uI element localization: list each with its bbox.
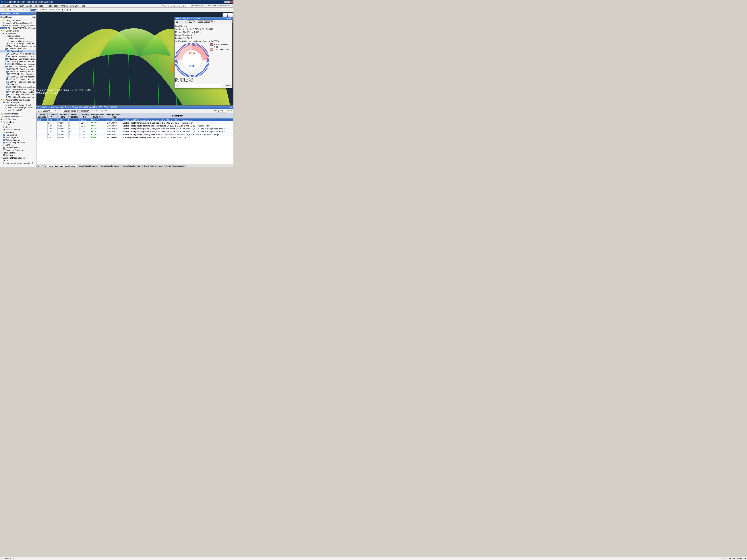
nav-radio-section[interactable] [3,126,5,128]
nav-item-lul1[interactable]: │ul = 1 [0,159,36,162]
nav-check-sp3300[interactable]: ✓ [5,65,7,68]
nav-item-scaling-mode[interactable]: ▼ Scaling of Mode Shapes [0,157,36,159]
menu-file[interactable]: File [0,4,6,7]
nav-check-sp1200[interactable]: ✓ [5,58,7,60]
nav-pin-btn[interactable]: 📌 [31,12,34,15]
tab-loading[interactable]: Design Ratios by Loading [77,165,99,167]
undo-btn[interactable]: ↩ [13,8,17,12]
table-row[interactable]: DS11341.996×CO150.926 ✓SP4100.03Section … [37,118,233,122]
nav-item-section-proof[interactable]: ✓ ▼ Section Proof [0,50,36,53]
nav-check-stability[interactable]: ✓ [7,83,9,85]
nav-item-sp1200[interactable]: ✓ SP1200.00 | Compression acc... [0,58,36,60]
nav-expand-section-proof[interactable]: ▼ [9,51,10,52]
nav-item-max-all-dc[interactable]: Max. of all design checks [0,40,36,42]
result-popup-maximize[interactable]: □ [228,17,230,20]
nav-item-extreme-values[interactable]: ✓ Extreme Values [0,146,36,149]
nav-expand-design-situations[interactable]: ▼ [1,20,3,21]
tb-more2[interactable]: ▶ [69,8,73,12]
nav-check-st1100-2[interactable]: ✓ [6,88,7,90]
nav-expand-ult-limit[interactable]: ▼ [7,48,8,50]
nav-item-sp6500-4[interactable]: ✓ SP6500.04 | Biaxial bending a... [0,81,36,83]
redo-btn[interactable]: ↪ [17,8,20,12]
nav-check-sp0100[interactable]: ✓ [6,53,8,55]
nav-item-by-individual-co[interactable]: by Individual CO [0,109,36,111]
nav-item-max-all-dc-w[interactable]: Max. of all design checks wit... [0,42,36,45]
table-row[interactable]: 240.000×CO50.870 ✓SP5100.03Section Proof… [37,122,233,124]
select-btn[interactable]: ↖ [22,8,25,12]
nav-expand-add-results[interactable]: ▼ [1,99,3,101]
nav-close-btn[interactable]: × [34,12,35,15]
search-box[interactable]: 🔍 Type a keyword (Alt+Q) [162,4,191,7]
table-row[interactable]: 60.000×CO50.716 ✓SP6500.04Section Proof … [37,133,233,136]
nav-item-st3100[interactable]: ✓ ST3100.00 | Bending and buc... [0,96,36,99]
nav-item-title-info[interactable]: 📋 Title Information [0,112,36,115]
bottom-settings-btn[interactable]: ⚙ [104,109,108,113]
nav-item-values-on-surfaces[interactable]: Values on Surfaces [0,149,36,152]
nav-item-max-all[interactable]: Max. of all 'Design Situations' [0,22,36,24]
nav-expand-members-disp[interactable]: ▼ [1,121,3,123]
nav-item-max-all-val[interactable]: Max. of all values [0,37,36,40]
nav-radio-max-all[interactable] [3,22,5,24]
nav-radio-max-all-dc[interactable] [8,40,10,42]
nav-expand-deformation[interactable]: ▶ [1,118,2,120]
nav-check-with-diagram[interactable]: ✓ [3,136,5,138]
nav-radio-by-selected-dc[interactable] [5,104,7,106]
popup-graph-btn[interactable]: 📈 [179,20,183,24]
nav-check-sp6500-4[interactable]: ✓ [6,81,7,83]
nav-item-by-governing-dc[interactable]: by Governing Design Check [0,106,36,109]
nav-check-sp6500-1[interactable]: ✓ [7,73,9,75]
nav-check-section-proof[interactable]: ✓ [7,50,9,52]
menu-tools[interactable]: Tools [53,4,60,7]
close-button[interactable]: × [230,1,233,3]
nav-item-on-members[interactable]: ▼ On Members [0,32,36,35]
nav-item-lines[interactable]: Lines [0,123,36,126]
nav-item-sp3300[interactable]: ✓ SP3300.02 | Resulting shear a... [0,65,36,68]
nav-radio-lines[interactable] [3,124,5,126]
nav-item-result-filled[interactable]: ✓ Result Diagram Filled [0,141,36,144]
nav-expand-mode-shapes[interactable]: ▼ [5,102,7,103]
table-container[interactable]: DesignSituation MemberNo. Locationx [m] … [36,113,233,164]
popup-expand-btn[interactable]: » [213,20,217,24]
nav-item-all-values[interactable]: All Values [0,144,36,146]
nav-check-ult-limit[interactable]: ✓ [5,48,6,50]
nav-item-members-disp[interactable]: ▼ 🔩 Members [0,121,36,123]
nav-item-ult-limit[interactable]: ✓ ▼ Ultimate Limit State [0,47,36,50]
nav-radio-max-label[interactable] [3,162,5,164]
nav-expand-members-disp2[interactable]: ▼ [1,131,3,133]
nav-item-maxmin-info[interactable]: 📊 Max/Min Information [0,115,36,118]
nav-radio-max-sel-dc[interactable] [6,45,8,47]
nav-item-design-situations[interactable]: ▼ 📁 Design Situations [0,19,36,22]
nav-item-max-selected[interactable]: Max. of selected 'Design Situations' [0,24,36,27]
menu-edit[interactable]: Edit [6,4,11,7]
nav-expand-result-sections[interactable]: ▶ [1,152,2,154]
nav-item-sp4100[interactable]: ✓ SP4100.03 | Bending about y... [0,68,36,70]
nav-next[interactable]: ▶ [34,16,36,18]
result-popup-header[interactable]: Result Diagrams in Section − □ × [175,17,232,20]
menu-help[interactable]: Help [80,4,86,7]
nav-check-values-surfaces[interactable] [3,149,5,151]
popup-close-btn[interactable]: Close [223,84,231,87]
nav-item-st1100-2[interactable]: ✓ ST1100.00 | Flexural buckling... [0,88,36,91]
nav-item-by-selected-dc[interactable]: by Selected Design Check [0,104,36,106]
maximize-button[interactable]: □ [227,1,230,3]
nav-check-sp6500-3[interactable]: ✓ [6,78,8,80]
tab-member[interactable]: Design Ratios by Member [143,165,165,167]
nav-item-st1100-1[interactable]: ✓ ST1100.00 | Flexural buckling... [0,86,36,88]
menu-window[interactable]: Window [60,4,69,7]
nav-item-sp3100-2[interactable]: ✓ SP3100.02 | Shear in y-axis ac... [0,63,36,65]
popup-zoom-input[interactable]: 100 [188,20,194,23]
nav-item-sp6500-2[interactable]: ✓ SP6500.02 | Bending about y... [0,76,36,78]
gross-section-dropdown[interactable]: Gross Section ▼ [197,20,213,23]
nav-expand-scaling-mode[interactable]: ▼ [1,157,3,159]
nav-item-mode-shapes[interactable]: ✓ ▼ Mode Shapes [0,101,36,104]
bottom-prev2-btn[interactable]: ◀ [91,109,95,113]
nav-item-ratio-env[interactable]: ▼ Ratio Envelope [0,35,36,37]
bottom-max-input[interactable]: 0.979 [217,109,226,112]
zoom-in-btn[interactable]: 🔍 [26,8,29,12]
menu-insert[interactable]: Insert [18,4,25,7]
tab-material[interactable]: Design Ratios by Material [99,165,121,167]
nav-radio-max-all-dc-w[interactable] [7,43,8,45]
nav-item-hatching[interactable]: ✓ Hatching [0,154,36,157]
menu-results[interactable]: Results [44,4,53,7]
open-btn[interactable]: 📂 [4,8,8,12]
